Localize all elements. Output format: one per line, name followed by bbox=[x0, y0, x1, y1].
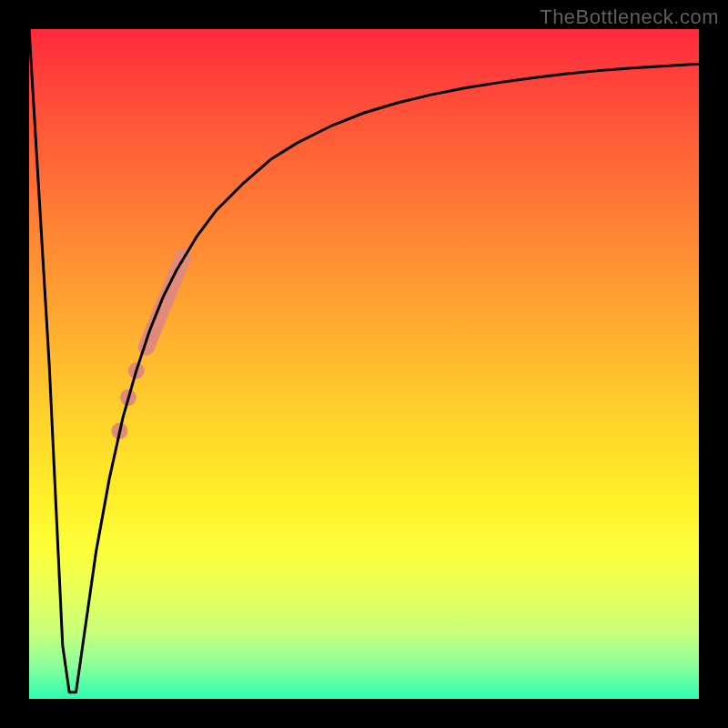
markers-layer bbox=[111, 257, 183, 439]
chart-frame: TheBottleneck.com bbox=[0, 0, 728, 728]
plot-area bbox=[29, 29, 699, 699]
watermark-text: TheBottleneck.com bbox=[540, 5, 719, 29]
bottleneck-curve bbox=[29, 29, 699, 693]
chart-svg bbox=[29, 29, 699, 699]
